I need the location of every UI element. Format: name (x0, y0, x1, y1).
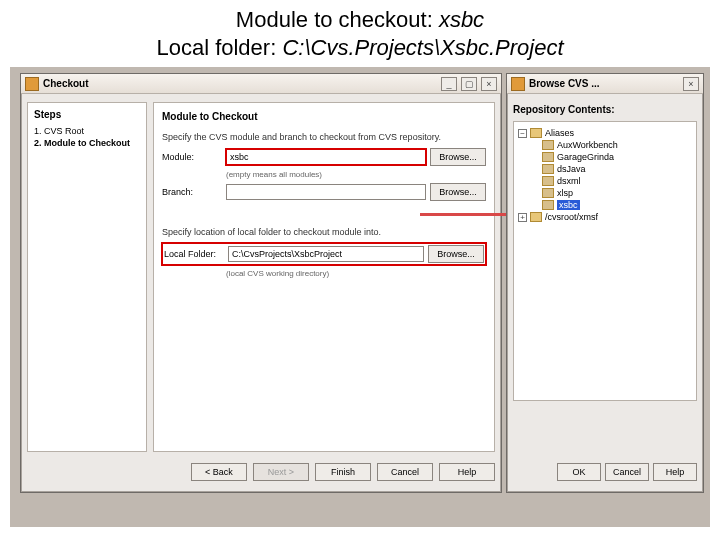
tree-sibling[interactable]: + /cvsroot/xmsf (518, 212, 694, 222)
browse-folder-button[interactable]: Browse... (428, 245, 484, 263)
expand-icon[interactable]: + (518, 213, 527, 222)
tree-item[interactable]: AuxWorkbench (530, 140, 694, 150)
heading-module-name: xsbc (439, 7, 484, 32)
localfolder-input[interactable] (228, 246, 424, 262)
folder-icon (542, 200, 554, 210)
module-label: Module: (162, 152, 222, 162)
back-button[interactable]: < Back (191, 463, 247, 481)
empty-hint: (empty means all modules) (226, 170, 486, 179)
folder-icon (530, 212, 542, 222)
browse-module-button[interactable]: Browse... (430, 148, 486, 166)
tree-root-label: Aliases (545, 128, 574, 138)
steps-sidebar: Steps CVS Root Module to Checkout (27, 102, 147, 452)
heading-line1-text: Module to checkout: (236, 7, 439, 32)
folder-icon (542, 140, 554, 150)
tree-item-selected[interactable]: xsbc (530, 200, 694, 210)
browse-branch-button[interactable]: Browse... (430, 183, 486, 201)
ok-button[interactable]: OK (557, 463, 601, 481)
browse-title: Browse CVS ... (529, 78, 600, 89)
desktop-stage: Checkout _ ▢ × Steps CVS Root Module to … (10, 67, 710, 527)
heading-line2-text: Local folder: (156, 35, 282, 60)
tree-item[interactable]: dsxml (530, 176, 694, 186)
main-heading: Module to Checkout (162, 111, 486, 122)
branch-label: Branch: (162, 187, 222, 197)
slide-heading: Module to checkout: xsbc Local folder: C… (0, 0, 720, 63)
browse-cancel-button[interactable]: Cancel (605, 463, 649, 481)
browse-titlebar: Browse CVS ... × (507, 74, 703, 94)
browse-app-icon (511, 77, 525, 91)
checkout-title: Checkout (43, 78, 89, 89)
tree-sibling-label: /cvsroot/xmsf (545, 212, 598, 222)
branch-row: Branch: Browse... (162, 183, 486, 201)
close-button[interactable]: × (481, 77, 497, 91)
hint-localfolder: Specify location of local folder to chec… (162, 227, 486, 237)
tree-item-label: AuxWorkbench (557, 140, 618, 150)
cancel-button[interactable]: Cancel (377, 463, 433, 481)
localfolder-label: Local Folder: (164, 249, 224, 259)
collapse-icon[interactable]: − (518, 129, 527, 138)
tree-item-label: xlsp (557, 188, 573, 198)
folder-icon (530, 128, 542, 138)
browse-close-button[interactable]: × (683, 77, 699, 91)
wd-hint: (local CVS working directory) (226, 269, 486, 278)
browse-help-button[interactable]: Help (653, 463, 697, 481)
checkout-window: Checkout _ ▢ × Steps CVS Root Module to … (20, 73, 502, 493)
repo-tree[interactable]: − Aliases AuxWorkbench GarageGrinda dsJa… (513, 121, 697, 401)
branch-input[interactable] (226, 184, 426, 200)
folder-icon (542, 188, 554, 198)
finish-button[interactable]: Finish (315, 463, 371, 481)
checkout-titlebar: Checkout _ ▢ × (21, 74, 501, 94)
tree-item-label: GarageGrinda (557, 152, 614, 162)
maximize-button[interactable]: ▢ (461, 77, 477, 91)
hint-module: Specify the CVS module and branch to che… (162, 132, 486, 142)
minimize-button[interactable]: _ (441, 77, 457, 91)
step-item: CVS Root (34, 126, 140, 136)
localfolder-row: Local Folder: Browse... (162, 243, 486, 265)
browse-buttonbar: OK Cancel Help (513, 458, 697, 486)
tree-item[interactable]: GarageGrinda (530, 152, 694, 162)
module-row: Module: Browse... (162, 148, 486, 166)
module-input[interactable] (226, 149, 426, 165)
folder-icon (542, 164, 554, 174)
tree-item-label: xsbc (557, 200, 580, 210)
browse-heading: Repository Contents: (513, 104, 697, 115)
steps-heading: Steps (34, 109, 140, 120)
tree-root[interactable]: − Aliases (518, 128, 694, 138)
next-button: Next > (253, 463, 309, 481)
checkout-main: Module to Checkout Specify the CVS modul… (153, 102, 495, 452)
heading-local-folder: C:\Cvs.Projects\Xsbc.Project (282, 35, 563, 60)
tree-item[interactable]: xlsp (530, 188, 694, 198)
checkout-app-icon (25, 77, 39, 91)
step-item: Module to Checkout (34, 138, 140, 148)
help-button[interactable]: Help (439, 463, 495, 481)
folder-icon (542, 176, 554, 186)
tree-item[interactable]: dsJava (530, 164, 694, 174)
folder-icon (542, 152, 554, 162)
tree-item-label: dsJava (557, 164, 586, 174)
tree-item-label: dsxml (557, 176, 581, 186)
browse-window: Browse CVS ... × Repository Contents: − … (506, 73, 704, 493)
checkout-buttonbar: < Back Next > Finish Cancel Help (27, 458, 495, 486)
